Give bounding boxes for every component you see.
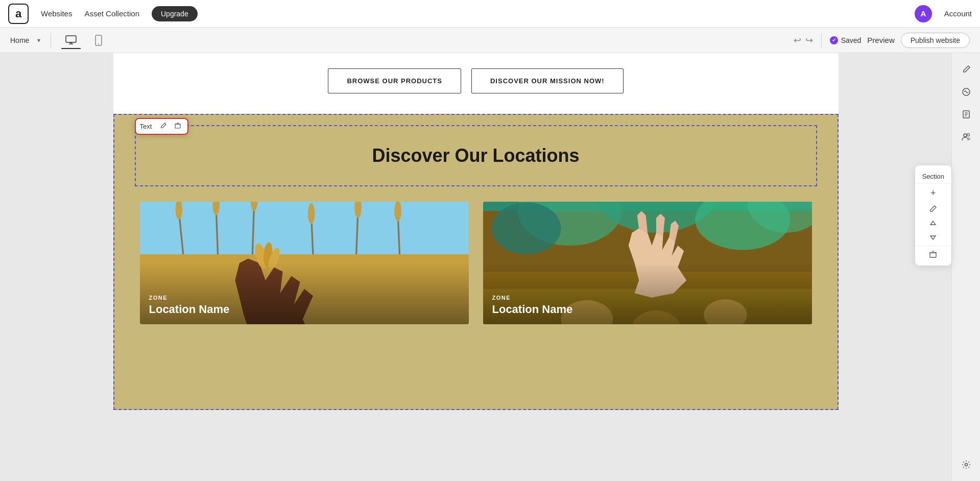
canvas-content: BROWSE OUR PRODUCTS DISCOVER OUR MISSION… — [113, 53, 839, 410]
desktop-icon — [65, 35, 77, 44]
logo[interactable]: a — [8, 4, 29, 24]
card-info-2: ZONE Location Name — [483, 286, 812, 324]
edit-icon — [961, 64, 971, 75]
edit-panel-button[interactable] — [956, 59, 976, 80]
preview-button[interactable]: Preview — [867, 36, 894, 44]
section-panel-divider-2 — [915, 246, 951, 246]
card-zone-1: ZONE — [149, 295, 460, 301]
location-cards-row: ZONE Location Name — [135, 202, 817, 324]
breadcrumb-chevron: ▾ — [37, 37, 40, 44]
account-avatar[interactable]: A — [915, 5, 932, 22]
svg-rect-6 — [175, 124, 180, 128]
mobile-icon — [95, 35, 102, 46]
card-location-name-1: Location Name — [149, 303, 460, 316]
section-hero: BROWSE OUR PRODUCTS DISCOVER OUR MISSION… — [113, 53, 839, 114]
section-locations[interactable]: Text — [113, 114, 839, 410]
settings-icon — [961, 460, 971, 470]
settings-button[interactable] — [956, 454, 976, 475]
location-card-2[interactable]: ZONE Location Name — [483, 202, 812, 324]
text-element-toolbar: Text — [135, 118, 189, 135]
section-up-button[interactable] — [915, 216, 951, 230]
pages-panel-button[interactable] — [956, 104, 976, 125]
section-panel-divider-1 — [915, 183, 951, 184]
publish-button[interactable]: Publish website — [901, 33, 970, 48]
text-block[interactable]: Discover Our Locations — [135, 125, 817, 186]
mobile-view-button[interactable] — [89, 32, 108, 49]
text-edit-icon[interactable] — [158, 121, 169, 132]
saved-label: Saved — [841, 36, 862, 44]
toolbar-right-actions: ↩ ↪ ✓ Saved Preview Publish website — [794, 33, 970, 48]
discover-mission-button[interactable]: DISCOVER OUR MISSION NOW! — [471, 68, 624, 93]
undo-redo-group: ↩ ↪ — [794, 35, 813, 46]
saved-dot: ✓ — [830, 36, 838, 44]
svg-point-45 — [964, 134, 967, 137]
section-edit-button[interactable] — [915, 202, 951, 216]
home-breadcrumb[interactable]: Home — [10, 36, 29, 44]
style-icon — [961, 87, 971, 97]
svg-point-46 — [967, 134, 969, 136]
account-label[interactable]: Account — [944, 9, 972, 18]
svg-rect-48 — [930, 253, 936, 257]
section-add-button[interactable]: + — [915, 185, 951, 202]
pages-icon — [961, 109, 971, 119]
users-icon — [961, 132, 971, 142]
section-down-button[interactable] — [915, 230, 951, 245]
section-panel: Section + — [915, 165, 951, 266]
upgrade-button[interactable]: Upgrade — [152, 6, 198, 21]
toolbar-divider-1 — [51, 33, 51, 47]
text-block-wrapper: Text — [135, 125, 817, 186]
section-panel-header: Section — [915, 170, 951, 182]
text-toolbar-label: Text — [140, 123, 155, 130]
browse-products-button[interactable]: BROWSE OUR PRODUCTS — [328, 68, 461, 93]
users-panel-button[interactable] — [956, 127, 976, 147]
toolbar-divider-2 — [821, 33, 822, 47]
undo-button[interactable]: ↩ — [794, 35, 801, 46]
discover-heading: Discover Our Locations — [372, 145, 579, 166]
editor-toolbar: Home ▾ ↩ ↪ ✓ Saved Preview Publish websi… — [0, 28, 980, 53]
saved-indicator: ✓ Saved — [830, 36, 862, 44]
redo-button[interactable]: ↪ — [805, 35, 813, 46]
desktop-view-button[interactable] — [61, 32, 81, 49]
svg-point-47 — [965, 464, 967, 466]
location-card-1[interactable]: ZONE Location Name — [140, 202, 469, 324]
canvas[interactable]: BROWSE OUR PRODUCTS DISCOVER OUR MISSION… — [0, 53, 951, 481]
svg-rect-0 — [66, 36, 76, 42]
style-panel-button[interactable] — [956, 82, 976, 102]
text-delete-icon[interactable] — [172, 121, 183, 132]
nav-websites[interactable]: Websites — [41, 9, 72, 18]
card-info-1: ZONE Location Name — [140, 286, 469, 324]
top-nav: a Websites Asset Collection Upgrade A Ac… — [0, 0, 980, 28]
card-location-name-2: Location Name — [492, 303, 803, 316]
nav-asset-collection[interactable]: Asset Collection — [84, 9, 139, 18]
right-sidebar — [951, 53, 980, 481]
main-area: BROWSE OUR PRODUCTS DISCOVER OUR MISSION… — [0, 53, 980, 481]
section-delete-button[interactable] — [915, 247, 951, 261]
card-zone-2: ZONE — [492, 295, 803, 301]
svg-point-5 — [98, 43, 99, 44]
